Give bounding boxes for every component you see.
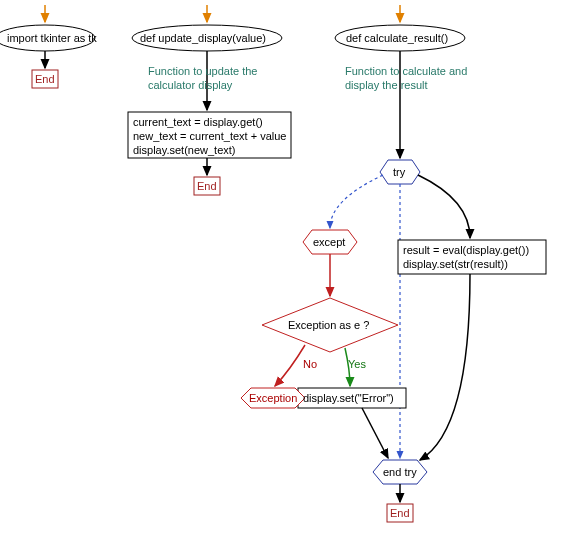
endtry-label: end try — [383, 466, 417, 478]
comment-calc-l2: display the result — [345, 78, 428, 92]
no-label: No — [303, 358, 317, 370]
comment-calc-l1: Function to calculate and — [345, 64, 467, 78]
except-label: except — [313, 236, 345, 248]
update-body-l3: display.set(new_text) — [133, 144, 236, 156]
except-body: display.set("Error") — [303, 392, 394, 404]
end-box-3: End — [390, 507, 410, 519]
comment-update-l1: Function to update the — [148, 64, 257, 78]
update-body-l1: current_text = display.get() — [133, 116, 263, 128]
update-body-l2: new_text = current_text + value — [133, 130, 286, 142]
import-statement: import tkinter as tk — [7, 32, 97, 44]
yes-label: Yes — [348, 358, 366, 370]
end-box-1: End — [35, 73, 55, 85]
svg-line-20 — [362, 408, 388, 458]
def-calculate-result: def calculate_result() — [346, 32, 448, 44]
def-update-display: def update_display(value) — [140, 32, 266, 44]
exception-label: Exception — [249, 392, 297, 404]
diamond-label: Exception as e ? — [288, 319, 369, 331]
try-body-l2: display.set(str(result)) — [403, 258, 508, 270]
try-label: try — [393, 166, 405, 178]
end-box-2: End — [197, 180, 217, 192]
try-body-l1: result = eval(display.get()) — [403, 244, 529, 256]
comment-update-l2: calculator display — [148, 78, 232, 92]
